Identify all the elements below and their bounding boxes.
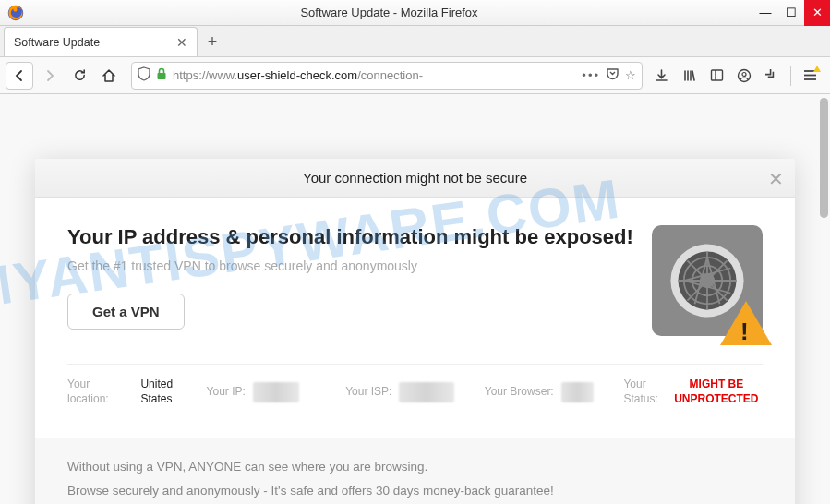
page-viewport: Your connection might not be secure ✕ Yo… (0, 94, 830, 504)
back-button[interactable] (6, 62, 33, 90)
warning-icon (720, 301, 772, 345)
home-button[interactable] (96, 62, 122, 90)
downloads-icon[interactable] (652, 66, 670, 85)
window-title: Software Update - Mozilla Firefox (26, 6, 752, 19)
page-actions-icon[interactable]: ••• (582, 68, 600, 82)
close-button[interactable]: ✕ (804, 0, 830, 26)
popup-title: Your connection might not be secure (35, 170, 795, 186)
navigation-toolbar: https://www.user-shield-check.com/connec… (0, 57, 830, 94)
minimize-button[interactable]: — (752, 0, 778, 26)
toolbar-actions (652, 66, 824, 86)
popup-body: Your IP address & personal information m… (35, 198, 795, 438)
overflow-icon[interactable] (763, 66, 781, 85)
sidebar-icon[interactable] (707, 66, 726, 85)
library-icon[interactable] (680, 66, 698, 85)
popup-heading: Your IP address & personal information m… (67, 225, 633, 249)
info-isp: Your ISP: (345, 378, 485, 406)
maximize-button[interactable]: ☐ (778, 0, 804, 26)
redacted-value (253, 382, 299, 402)
tab-bar: Software Update ✕ + (0, 26, 830, 57)
get-vpn-button[interactable]: Get a VPN (67, 294, 185, 330)
forward-button (37, 62, 63, 90)
pocket-icon[interactable] (606, 67, 619, 83)
footer-line1: Without using a VPN, ANYONE can see wher… (67, 455, 763, 479)
reload-button[interactable] (66, 62, 92, 90)
redacted-value (399, 382, 454, 402)
gear-icon (652, 225, 763, 336)
popup-close-icon[interactable]: ✕ (768, 168, 784, 190)
svg-rect-1 (158, 73, 166, 79)
footer-line2: Browse securely and anonymously - It's s… (67, 479, 763, 503)
info-status: Your Status: MIGHT BE UNPROTECTED (623, 378, 763, 406)
svg-rect-2 (711, 70, 722, 80)
tab-close-icon[interactable]: ✕ (176, 35, 187, 50)
shield-icon[interactable] (138, 66, 150, 84)
tab-title: Software Update (14, 36, 100, 49)
window-controls: — ☐ ✕ (752, 0, 830, 26)
firefox-icon (6, 3, 26, 23)
url-text: https://www.user-shield-check.com/connec… (173, 68, 576, 82)
bookmark-star-icon[interactable]: ☆ (625, 68, 636, 82)
info-browser: Your Browser: (485, 378, 624, 406)
lock-icon[interactable] (156, 67, 167, 83)
scrollbar[interactable] (820, 98, 828, 218)
popup-footer: Without using a VPN, ANYONE can see wher… (35, 438, 795, 504)
account-icon[interactable] (735, 66, 753, 85)
info-ip: Your IP: (207, 378, 346, 406)
menu-icon[interactable] (800, 66, 819, 85)
url-bar[interactable]: https://www.user-shield-check.com/connec… (131, 62, 643, 90)
popup-subheading: Get the #1 trusted VPN to browse securel… (67, 258, 633, 273)
new-tab-button[interactable]: + (198, 27, 227, 56)
popup-header: Your connection might not be secure ✕ (35, 159, 795, 198)
tab-software-update[interactable]: Software Update ✕ (4, 27, 198, 56)
window-titlebar: Software Update - Mozilla Firefox — ☐ ✕ (0, 0, 830, 26)
info-row: Your location: United States Your IP: Yo… (67, 364, 763, 419)
vpn-popup: Your connection might not be secure ✕ Yo… (35, 159, 795, 504)
redacted-value (561, 382, 594, 402)
info-location: Your location: United States (67, 378, 207, 406)
svg-point-5 (742, 72, 746, 76)
